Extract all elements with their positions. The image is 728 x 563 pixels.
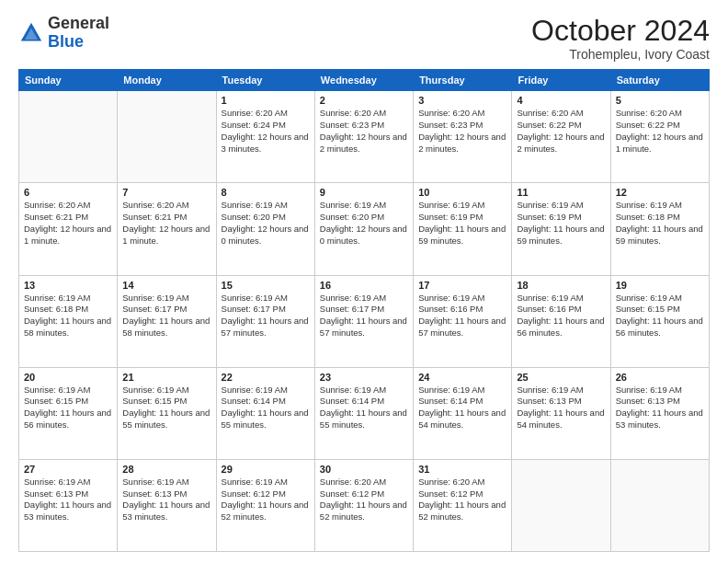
calendar-day-cell: 13Sunrise: 6:19 AM Sunset: 6:18 PM Dayli… — [19, 275, 118, 367]
day-info: Sunrise: 6:20 AM Sunset: 6:22 PM Dayligh… — [616, 108, 704, 155]
day-number: 29 — [222, 464, 310, 475]
calendar-week-row: 6Sunrise: 6:20 AM Sunset: 6:21 PM Daylig… — [19, 183, 710, 275]
day-info: Sunrise: 6:20 AM Sunset: 6:23 PM Dayligh… — [320, 108, 408, 155]
day-number: 18 — [517, 280, 605, 291]
month-title: October 2024 — [531, 15, 710, 47]
calendar-day-cell: 19Sunrise: 6:19 AM Sunset: 6:15 PM Dayli… — [610, 275, 709, 367]
calendar-day-cell: 10Sunrise: 6:19 AM Sunset: 6:19 PM Dayli… — [414, 183, 512, 275]
calendar-day-cell: 2Sunrise: 6:20 AM Sunset: 6:23 PM Daylig… — [314, 91, 413, 183]
day-info: Sunrise: 6:19 AM Sunset: 6:14 PM Dayligh… — [320, 385, 408, 431]
day-info: Sunrise: 6:19 AM Sunset: 6:17 PM Dayligh… — [320, 293, 408, 339]
location-subtitle: Trohempleu, Ivory Coast — [531, 47, 710, 62]
day-number: 19 — [616, 280, 704, 291]
calendar-day-cell: 22Sunrise: 6:19 AM Sunset: 6:14 PM Dayli… — [216, 367, 314, 459]
day-info: Sunrise: 6:20 AM Sunset: 6:12 PM Dayligh… — [418, 477, 506, 523]
weekday-header: Wednesday — [314, 70, 413, 91]
calendar-day-cell: 29Sunrise: 6:19 AM Sunset: 6:12 PM Dayli… — [216, 459, 314, 551]
day-number: 4 — [517, 95, 605, 106]
calendar-day-cell: 21Sunrise: 6:19 AM Sunset: 6:15 PM Dayli… — [118, 367, 216, 459]
calendar-day-cell: 11Sunrise: 6:19 AM Sunset: 6:19 PM Dayli… — [512, 183, 610, 275]
day-info: Sunrise: 6:19 AM Sunset: 6:19 PM Dayligh… — [517, 200, 605, 247]
calendar-day-cell: 24Sunrise: 6:19 AM Sunset: 6:14 PM Dayli… — [414, 367, 512, 459]
calendar-week-row: 27Sunrise: 6:19 AM Sunset: 6:13 PM Dayli… — [19, 459, 710, 551]
day-info: Sunrise: 6:19 AM Sunset: 6:16 PM Dayligh… — [517, 293, 605, 339]
weekday-header: Thursday — [414, 70, 512, 91]
day-number: 2 — [320, 95, 408, 106]
calendar-day-cell: 27Sunrise: 6:19 AM Sunset: 6:13 PM Dayli… — [19, 459, 118, 551]
day-number: 6 — [24, 187, 112, 198]
day-info: Sunrise: 6:20 AM Sunset: 6:24 PM Dayligh… — [222, 108, 310, 155]
calendar-day-cell — [19, 91, 118, 183]
day-info: Sunrise: 6:19 AM Sunset: 6:20 PM Dayligh… — [222, 200, 310, 247]
calendar-day-cell: 26Sunrise: 6:19 AM Sunset: 6:13 PM Dayli… — [610, 367, 709, 459]
day-info: Sunrise: 6:19 AM Sunset: 6:15 PM Dayligh… — [24, 385, 112, 431]
day-number: 12 — [616, 187, 704, 198]
calendar-day-cell: 7Sunrise: 6:20 AM Sunset: 6:21 PM Daylig… — [118, 183, 216, 275]
calendar-day-cell: 18Sunrise: 6:19 AM Sunset: 6:16 PM Dayli… — [512, 275, 610, 367]
day-info: Sunrise: 6:19 AM Sunset: 6:20 PM Dayligh… — [320, 200, 408, 247]
calendar-day-cell: 15Sunrise: 6:19 AM Sunset: 6:17 PM Dayli… — [216, 275, 314, 367]
calendar-week-row: 13Sunrise: 6:19 AM Sunset: 6:18 PM Dayli… — [19, 275, 710, 367]
day-number: 20 — [24, 372, 112, 383]
day-number: 24 — [418, 372, 506, 383]
calendar-header-row: SundayMondayTuesdayWednesdayThursdayFrid… — [19, 70, 710, 91]
day-number: 21 — [122, 372, 210, 383]
calendar: SundayMondayTuesdayWednesdayThursdayFrid… — [18, 69, 710, 552]
calendar-day-cell: 14Sunrise: 6:19 AM Sunset: 6:17 PM Dayli… — [118, 275, 216, 367]
calendar-day-cell: 9Sunrise: 6:19 AM Sunset: 6:20 PM Daylig… — [314, 183, 413, 275]
calendar-day-cell: 20Sunrise: 6:19 AM Sunset: 6:15 PM Dayli… — [19, 367, 118, 459]
calendar-day-cell: 3Sunrise: 6:20 AM Sunset: 6:23 PM Daylig… — [414, 91, 512, 183]
day-info: Sunrise: 6:19 AM Sunset: 6:14 PM Dayligh… — [418, 385, 506, 431]
day-info: Sunrise: 6:20 AM Sunset: 6:22 PM Dayligh… — [517, 108, 605, 155]
header: General Blue October 2024 Trohempleu, Iv… — [18, 15, 710, 62]
day-info: Sunrise: 6:19 AM Sunset: 6:17 PM Dayligh… — [222, 293, 310, 339]
day-number: 28 — [122, 464, 210, 475]
day-number: 27 — [24, 464, 112, 475]
day-info: Sunrise: 6:19 AM Sunset: 6:15 PM Dayligh… — [122, 385, 210, 431]
calendar-day-cell — [512, 459, 610, 551]
day-number: 8 — [222, 187, 310, 198]
day-number: 10 — [418, 187, 506, 198]
day-number: 23 — [320, 372, 408, 383]
calendar-day-cell: 25Sunrise: 6:19 AM Sunset: 6:13 PM Dayli… — [512, 367, 610, 459]
day-number: 30 — [320, 464, 408, 475]
day-info: Sunrise: 6:20 AM Sunset: 6:21 PM Dayligh… — [24, 200, 112, 247]
day-number: 14 — [122, 280, 210, 291]
calendar-week-row: 1Sunrise: 6:20 AM Sunset: 6:24 PM Daylig… — [19, 91, 710, 183]
title-block: October 2024 Trohempleu, Ivory Coast — [531, 15, 710, 62]
day-number: 22 — [222, 372, 310, 383]
logo-text: General Blue — [48, 15, 109, 52]
logo-blue: Blue — [48, 32, 84, 51]
day-info: Sunrise: 6:19 AM Sunset: 6:15 PM Dayligh… — [616, 293, 704, 339]
calendar-day-cell — [118, 91, 216, 183]
calendar-week-row: 20Sunrise: 6:19 AM Sunset: 6:15 PM Dayli… — [19, 367, 710, 459]
day-info: Sunrise: 6:19 AM Sunset: 6:13 PM Dayligh… — [122, 477, 210, 523]
calendar-day-cell: 12Sunrise: 6:19 AM Sunset: 6:18 PM Dayli… — [610, 183, 709, 275]
calendar-day-cell: 5Sunrise: 6:20 AM Sunset: 6:22 PM Daylig… — [610, 91, 709, 183]
weekday-header: Saturday — [610, 70, 709, 91]
day-number: 25 — [517, 372, 605, 383]
calendar-day-cell: 16Sunrise: 6:19 AM Sunset: 6:17 PM Dayli… — [314, 275, 413, 367]
calendar-day-cell: 30Sunrise: 6:20 AM Sunset: 6:12 PM Dayli… — [314, 459, 413, 551]
weekday-header: Monday — [118, 70, 216, 91]
day-info: Sunrise: 6:19 AM Sunset: 6:18 PM Dayligh… — [24, 293, 112, 339]
day-info: Sunrise: 6:19 AM Sunset: 6:14 PM Dayligh… — [222, 385, 310, 431]
day-info: Sunrise: 6:19 AM Sunset: 6:16 PM Dayligh… — [418, 293, 506, 339]
day-number: 16 — [320, 280, 408, 291]
calendar-day-cell: 8Sunrise: 6:19 AM Sunset: 6:20 PM Daylig… — [216, 183, 314, 275]
day-info: Sunrise: 6:19 AM Sunset: 6:13 PM Dayligh… — [517, 385, 605, 431]
day-info: Sunrise: 6:20 AM Sunset: 6:12 PM Dayligh… — [320, 477, 408, 523]
day-number: 1 — [222, 95, 310, 106]
day-number: 9 — [320, 187, 408, 198]
day-info: Sunrise: 6:19 AM Sunset: 6:13 PM Dayligh… — [616, 385, 704, 431]
day-info: Sunrise: 6:20 AM Sunset: 6:21 PM Dayligh… — [122, 200, 210, 247]
day-info: Sunrise: 6:19 AM Sunset: 6:13 PM Dayligh… — [24, 477, 112, 523]
weekday-header: Tuesday — [216, 70, 314, 91]
logo-general: General — [48, 14, 109, 32]
calendar-day-cell: 17Sunrise: 6:19 AM Sunset: 6:16 PM Dayli… — [414, 275, 512, 367]
day-info: Sunrise: 6:19 AM Sunset: 6:19 PM Dayligh… — [418, 200, 506, 247]
calendar-day-cell: 6Sunrise: 6:20 AM Sunset: 6:21 PM Daylig… — [19, 183, 118, 275]
page: General Blue October 2024 Trohempleu, Iv… — [0, 0, 728, 563]
weekday-header: Sunday — [19, 70, 118, 91]
calendar-day-cell — [610, 459, 709, 551]
